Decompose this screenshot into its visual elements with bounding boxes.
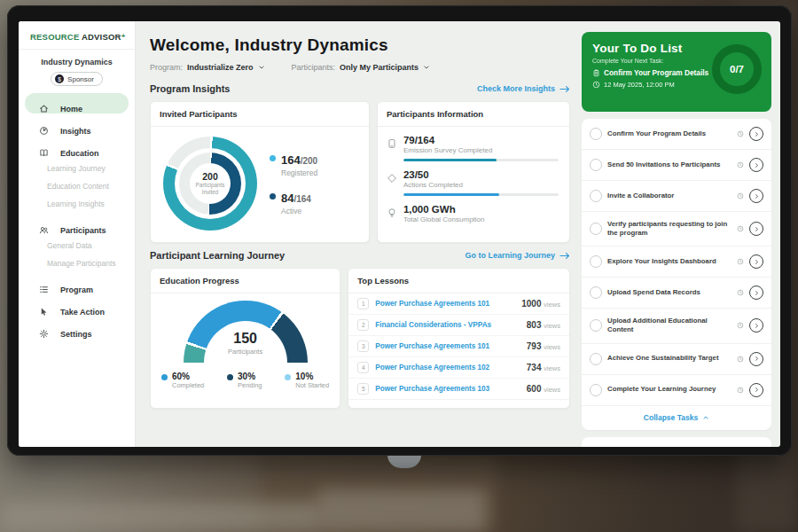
- sidebar-item[interactable]: Settings: [25, 318, 129, 339]
- task-checkbox[interactable]: [590, 286, 602, 299]
- clipboard-icon: [592, 69, 600, 77]
- sidebar-item[interactable]: Insights: [25, 115, 129, 136]
- sidebar-item[interactable]: Manage Participants: [25, 254, 129, 272]
- task-open-button[interactable]: [749, 222, 763, 236]
- gauge-center-value: 150: [184, 331, 308, 347]
- task-checkbox[interactable]: [590, 319, 602, 332]
- participants-filter-dropdown[interactable]: Participants: Only My Participants: [292, 63, 431, 72]
- lesson-row: 1 Power Purchase Agreements 101 1000 vie…: [348, 293, 569, 315]
- sidebar-item-label: Program: [60, 286, 93, 294]
- task-checkbox[interactable]: [590, 190, 602, 202]
- chevron-right-icon: [754, 387, 760, 393]
- task-checkbox[interactable]: [590, 255, 602, 268]
- sidebar-item-label: General Data: [47, 241, 92, 250]
- task-row[interactable]: Send 50 Invitations to Participants: [582, 150, 771, 181]
- todo-next-task-label: Confirm Your Program Details: [604, 68, 708, 77]
- todo-progress-ring: 0/7: [712, 44, 762, 94]
- lesson-rank: 2: [357, 319, 369, 331]
- sidebar-item[interactable]: Home: [25, 93, 129, 113]
- lesson-link[interactable]: Power Purchase Agreements 101: [375, 342, 520, 351]
- program-insights-title: Program Insights: [150, 83, 230, 94]
- clock-icon: [737, 130, 744, 137]
- task-open-button[interactable]: [749, 286, 763, 300]
- go-to-learning-journey-link[interactable]: Go to Learning Journey: [465, 251, 570, 260]
- task-checkbox[interactable]: [590, 159, 602, 171]
- task-row[interactable]: Verify participants requesting to join t…: [582, 212, 771, 246]
- legend-dot: [227, 374, 233, 380]
- legend-item: 10% Not Started: [285, 372, 329, 389]
- sidebar-item[interactable]: Take Action: [25, 296, 129, 317]
- monitor-bezel: RESOURCE ADVISOR+ Industry Dynamics $ Sp…: [7, 5, 792, 456]
- task-row[interactable]: Achieve One Sustainability Target: [582, 344, 771, 375]
- participants-information-body: 79/164 Emission Survey Completed: [378, 127, 569, 223]
- task-open-button[interactable]: [749, 352, 763, 366]
- task-open-button[interactable]: [749, 127, 763, 141]
- program-filter-dropdown[interactable]: Program: Industrialize Zero: [150, 63, 265, 72]
- lesson-link[interactable]: Power Purchase Agreements 103: [375, 385, 520, 394]
- sidebar-item-icon: [39, 104, 49, 113]
- gauge-center-label: Participants: [184, 348, 308, 356]
- chevron-up-icon: [702, 414, 709, 421]
- clock-icon: [737, 225, 744, 232]
- check-more-insights-link[interactable]: Check More Insights: [477, 84, 570, 93]
- task-row[interactable]: Confirm Your Program Details: [582, 119, 771, 150]
- task-open-button[interactable]: [749, 158, 763, 172]
- legend-value: 164: [281, 153, 301, 167]
- sidebar-item[interactable]: Learning Insights: [25, 195, 129, 213]
- lesson-link[interactable]: Financial Considerations - VPPAs: [375, 321, 520, 330]
- sidebar: RESOURCE ADVISOR+ Industry Dynamics $ Sp…: [19, 21, 136, 447]
- sidebar-item[interactable]: Learning Journey: [25, 160, 129, 177]
- task-checkbox[interactable]: [590, 128, 602, 140]
- task-label: Confirm Your Program Details: [607, 129, 732, 138]
- content-column: Welcome, Industry Dynamics Program: Indu…: [150, 32, 570, 447]
- invited-participants-title: Invited Participants: [151, 102, 369, 127]
- task-open-button[interactable]: [749, 383, 763, 397]
- sidebar-item-label: Settings: [60, 330, 92, 339]
- lesson-views-suffix: views: [544, 301, 560, 309]
- metric-row: 23/50 Actions Completed: [387, 169, 559, 196]
- task-open-button[interactable]: [749, 254, 763, 269]
- sidebar-item[interactable]: Education: [25, 137, 129, 158]
- app-logo: RESOURCE ADVISOR+: [19, 28, 135, 50]
- task-open-button[interactable]: [749, 189, 763, 203]
- sidebar-item-icon: [39, 329, 49, 339]
- sidebar-item[interactable]: Education Content: [25, 177, 129, 195]
- task-row[interactable]: Upload Additional Educational Content: [582, 309, 771, 343]
- program-filter-label: Program:: [150, 63, 183, 72]
- invited-legend: 164/200 Registered 84/164 Active: [270, 152, 317, 215]
- task-checkbox[interactable]: [590, 353, 602, 365]
- lesson-rank: 1: [357, 298, 369, 309]
- legend-label: Active: [281, 207, 311, 215]
- task-row[interactable]: Explore Your Insights Dashboard: [582, 246, 771, 278]
- lesson-row: 2 Financial Considerations - VPPAs 803 v…: [348, 315, 569, 336]
- sidebar-item[interactable]: General Data: [25, 237, 129, 254]
- legend-total: /164: [293, 194, 310, 204]
- sidebar-item-icon: [39, 126, 49, 136]
- lesson-link[interactable]: Power Purchase Agreements 101: [375, 300, 515, 309]
- lesson-views-count: 734: [527, 363, 542, 372]
- program-filter-value: Industrialize Zero: [187, 63, 254, 72]
- task-checkbox[interactable]: [590, 223, 602, 235]
- chevron-right-icon: [754, 356, 760, 362]
- go-to-learning-journey-label: Go to Learning Journey: [465, 251, 555, 260]
- lesson-link[interactable]: Power Purchase Agreements 102: [375, 364, 520, 372]
- legend-label: Registered: [281, 168, 317, 177]
- task-row[interactable]: Complete Your Learning Journey: [582, 375, 771, 406]
- page-title: Welcome, Industry Dynamics: [150, 35, 570, 55]
- task-label: Upload Additional Educational Content: [607, 317, 732, 334]
- task-open-button[interactable]: [749, 318, 763, 332]
- collapse-tasks-link[interactable]: Collapse Tasks: [582, 406, 771, 430]
- task-label: Explore Your Insights Dashboard: [607, 257, 732, 266]
- legend-dot: [285, 374, 291, 380]
- chevron-right-icon: [754, 323, 760, 329]
- sidebar-nav: Home Insights Education Learning Journey: [19, 93, 135, 339]
- sidebar-item-icon: [39, 307, 49, 317]
- lesson-rank: 4: [357, 362, 369, 373]
- task-row[interactable]: Upload Spend Data Records: [582, 278, 771, 309]
- education-legend: 60% Completed 30% Pending: [151, 363, 340, 389]
- sidebar-item[interactable]: Program: [25, 274, 129, 294]
- task-checkbox[interactable]: [590, 384, 602, 396]
- task-row[interactable]: Invite a Collaborator: [582, 181, 771, 212]
- sidebar-item[interactable]: Participants: [25, 215, 129, 235]
- legend-dot: [161, 374, 168, 380]
